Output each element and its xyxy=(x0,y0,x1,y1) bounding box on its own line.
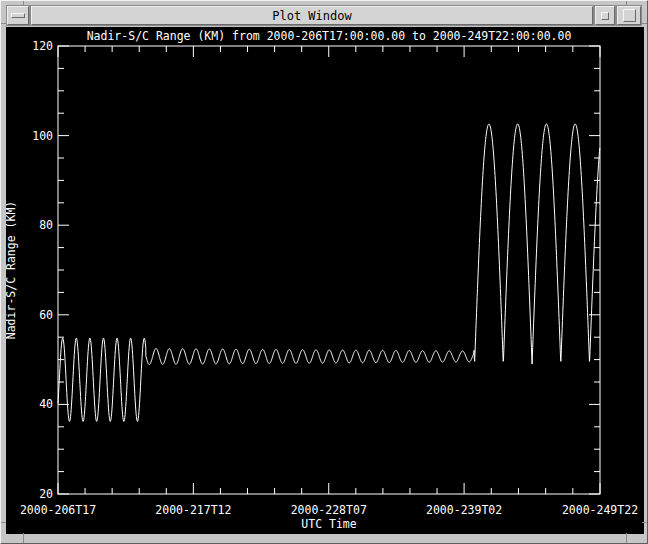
x-tick-label: 2000-239T02 xyxy=(426,503,502,517)
y-tick-label: 120 xyxy=(32,39,53,53)
resize-notch xyxy=(23,533,24,543)
plot-box xyxy=(58,46,600,494)
titlebar[interactable]: Plot Window xyxy=(6,5,642,26)
window-frame[interactable]: Plot Window Nadir-S/C Range (KM) from 20… xyxy=(0,0,648,544)
window-menu-button[interactable] xyxy=(7,6,29,25)
range-series-line xyxy=(58,124,600,421)
x-tick-label: 2000-206T17 xyxy=(20,503,96,517)
resize-notch xyxy=(642,522,647,523)
window-title: Plot Window xyxy=(31,6,593,25)
y-tick-label: 60 xyxy=(39,308,53,322)
chart-title: Nadir-S/C Range (KM) from 2000-206T17:00… xyxy=(87,29,572,43)
plot-curve xyxy=(58,124,600,421)
y-tick-label: 80 xyxy=(39,218,53,232)
x-tick-label: 2000-217T12 xyxy=(155,503,231,517)
resize-notch xyxy=(642,23,647,24)
y-tick-label: 40 xyxy=(39,397,53,411)
chart: Nadir-S/C Range (KM) from 2000-206T17:00… xyxy=(6,27,644,534)
resize-notch xyxy=(1,522,6,523)
maximize-button[interactable] xyxy=(617,6,641,25)
y-axis-label: Nadir-S/C Range (KM) xyxy=(6,201,18,339)
resize-notch xyxy=(1,23,6,24)
y-tick-label: 100 xyxy=(32,129,53,143)
axes: 2000-206T172000-217T122000-228T072000-23… xyxy=(20,39,638,517)
minimize-button[interactable] xyxy=(595,6,615,25)
window-title-text: Plot Window xyxy=(272,9,351,23)
y-tick-label: 20 xyxy=(39,487,53,501)
resize-notch xyxy=(626,1,627,5)
x-tick-label: 2000-249T22 xyxy=(562,503,638,517)
x-tick-label: 2000-228T07 xyxy=(291,503,367,517)
minimize-icon xyxy=(601,12,609,20)
window-menu-icon xyxy=(11,13,25,18)
maximize-icon xyxy=(623,9,636,22)
plot-canvas: Nadir-S/C Range (KM) from 2000-206T17:00… xyxy=(6,27,644,534)
x-axis-label: UTC Time xyxy=(301,517,356,531)
resize-notch xyxy=(626,533,627,543)
resize-notch xyxy=(23,1,24,5)
